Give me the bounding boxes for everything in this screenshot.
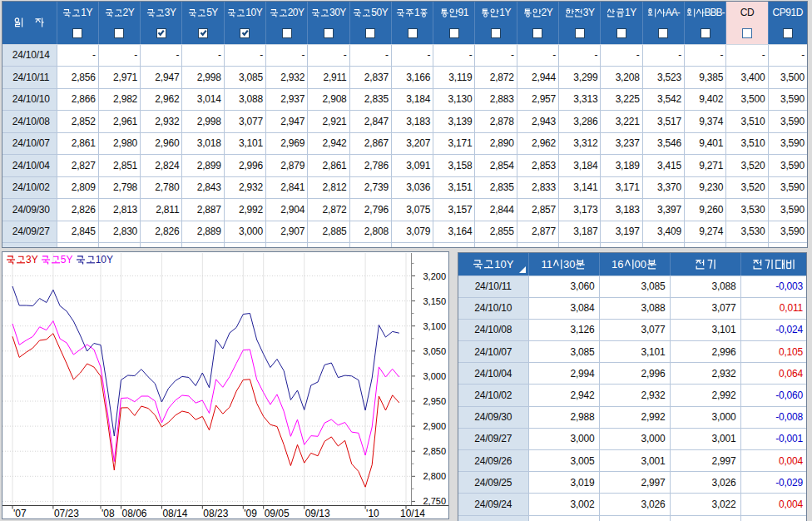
svg-text:09/13: 09/13 bbox=[305, 508, 330, 519]
svg-text:3,100: 3,100 bbox=[423, 321, 446, 331]
svg-text:3,150: 3,150 bbox=[423, 296, 446, 306]
svg-text:2,850: 2,850 bbox=[423, 446, 446, 456]
svg-text:'09: '09 bbox=[244, 508, 257, 519]
svg-text:08/23: 08/23 bbox=[203, 508, 228, 519]
svg-text:3,050: 3,050 bbox=[423, 346, 446, 356]
svg-text:2,800: 2,800 bbox=[423, 471, 446, 481]
svg-text:09/05: 09/05 bbox=[265, 508, 290, 519]
svg-text:2,900: 2,900 bbox=[423, 421, 446, 431]
svg-text:2,750: 2,750 bbox=[423, 496, 446, 506]
svg-text:08/06: 08/06 bbox=[122, 508, 147, 519]
svg-text:07/23: 07/23 bbox=[54, 508, 79, 519]
svg-text:'10: '10 bbox=[366, 508, 379, 519]
svg-text:'07: '07 bbox=[13, 508, 27, 519]
svg-text:3,200: 3,200 bbox=[423, 271, 446, 281]
svg-text:'08: '08 bbox=[102, 508, 115, 519]
svg-text:2,950: 2,950 bbox=[423, 396, 446, 406]
svg-text:08/14: 08/14 bbox=[162, 508, 187, 519]
svg-text:3,000: 3,000 bbox=[423, 371, 446, 381]
svg-text:10/14: 10/14 bbox=[400, 508, 425, 519]
